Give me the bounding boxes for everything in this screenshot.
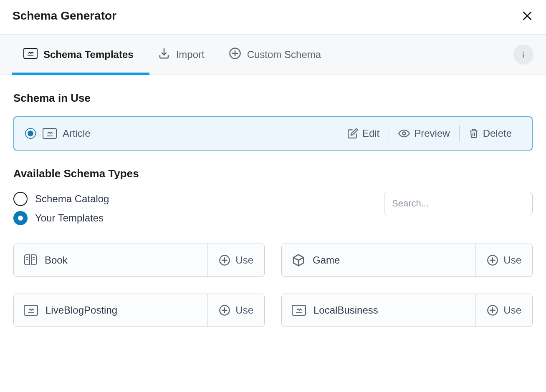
section-schema-in-use-title: Schema in Use [13, 92, 533, 105]
edit-label: Edit [362, 128, 379, 139]
schema-in-use-card[interactable]: Article Edit Preview Delete [13, 116, 533, 151]
trash-icon [469, 128, 479, 139]
radio-unchecked [13, 192, 28, 206]
use-label: Use [503, 254, 521, 266]
search-input[interactable] [384, 192, 533, 215]
close-icon [521, 10, 533, 22]
active-tab-underline [12, 73, 149, 75]
plus-circle-icon [229, 47, 241, 62]
tab-custom-schema[interactable]: Custom Schema [229, 35, 321, 75]
radio-schema-catalog[interactable]: Schema Catalog [13, 192, 109, 206]
plus-circle-icon [487, 304, 498, 316]
radio-label: Your Templates [35, 212, 104, 224]
schema-card-game[interactable]: Game Use [281, 244, 533, 277]
info-icon [519, 50, 528, 59]
delete-button[interactable]: Delete [460, 128, 521, 139]
svg-point-8 [523, 52, 524, 53]
svg-point-12 [403, 132, 406, 135]
ticket-icon [23, 48, 38, 61]
schema-card-localbusiness[interactable]: LocalBusiness Use [281, 294, 533, 327]
use-label: Use [235, 304, 253, 316]
tab-schema-templates[interactable]: Schema Templates [23, 35, 134, 75]
box-icon [292, 254, 305, 267]
schema-card-book[interactable]: Book Use [13, 244, 265, 277]
edit-icon [347, 128, 358, 139]
radio-checked [13, 211, 28, 225]
card-name: Game [313, 254, 340, 266]
radio-selected[interactable] [25, 128, 36, 139]
card-name: LocalBusiness [313, 304, 378, 316]
delete-label: Delete [483, 128, 512, 139]
content-area: Schema in Use Article Edit Preview [0, 75, 546, 344]
eye-icon [398, 129, 410, 138]
ticket-icon [24, 305, 38, 316]
use-button[interactable]: Use [475, 244, 532, 276]
use-button[interactable]: Use [207, 244, 264, 276]
schema-in-use-name: Article [63, 128, 91, 139]
info-button[interactable] [513, 45, 533, 65]
plus-circle-icon [487, 254, 498, 266]
tab-label: Custom Schema [247, 49, 321, 60]
preview-button[interactable]: Preview [389, 128, 459, 139]
book-icon [24, 254, 37, 266]
ticket-icon [43, 128, 57, 139]
tab-import[interactable]: Import [158, 35, 205, 75]
section-available-title: Available Schema Types [13, 167, 533, 180]
use-label: Use [235, 254, 253, 266]
source-filter-group: Schema Catalog Your Templates [13, 192, 109, 225]
use-label: Use [503, 304, 521, 316]
edit-button[interactable]: Edit [338, 128, 389, 139]
import-icon [158, 47, 170, 62]
ticket-icon [292, 305, 306, 316]
filter-row: Schema Catalog Your Templates [13, 192, 533, 225]
close-button[interactable] [521, 10, 533, 22]
in-use-actions: Edit Preview Delete [338, 126, 521, 141]
page-title: Schema Generator [13, 9, 116, 23]
tab-label: Import [176, 49, 205, 60]
radio-your-templates[interactable]: Your Templates [13, 211, 109, 225]
card-name: LiveBlogPosting [46, 304, 117, 316]
schema-card-liveblogposting[interactable]: LiveBlogPosting Use [13, 294, 265, 327]
svg-rect-9 [523, 54, 524, 58]
plus-circle-icon [219, 254, 230, 266]
preview-label: Preview [414, 128, 450, 139]
use-button[interactable]: Use [207, 294, 264, 327]
dialog-header: Schema Generator [0, 0, 546, 34]
tabs-bar: Schema Templates Import Custom Schema [0, 34, 546, 75]
plus-circle-icon [219, 304, 230, 316]
card-name: Book [45, 254, 68, 266]
radio-label: Schema Catalog [35, 193, 109, 205]
use-button[interactable]: Use [475, 294, 532, 327]
schema-card-grid: Book Use Game Use [13, 244, 533, 327]
tab-label: Schema Templates [43, 49, 134, 60]
radio-dot-inner [28, 131, 33, 136]
